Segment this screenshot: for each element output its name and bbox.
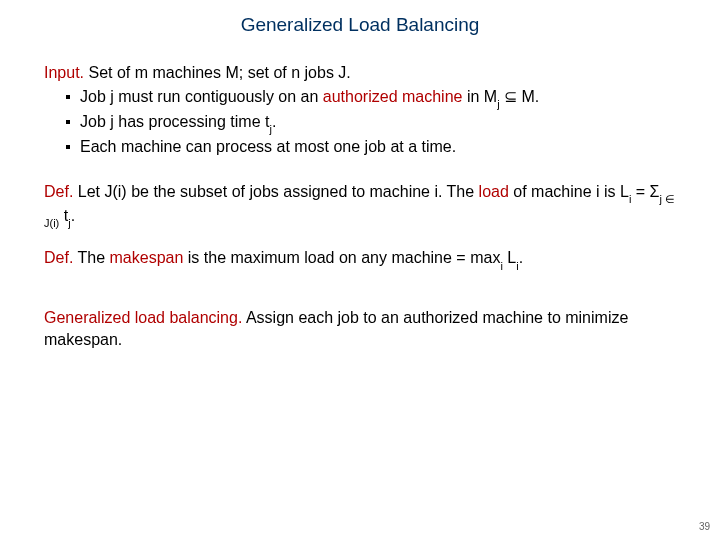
text: = (631, 183, 649, 200)
subscript-i: i (516, 260, 518, 272)
text: M. (517, 88, 539, 105)
slide-title: Generalized Load Balancing (44, 14, 676, 36)
input-section: Input. Set of m machines M; set of n job… (44, 62, 676, 157)
bullet-one-job: Each machine can process at most one job… (44, 136, 676, 158)
text-red: load (479, 183, 509, 200)
text: of machine i is L (509, 183, 629, 200)
text: . (71, 207, 75, 224)
input-bullets: Job j must run contiguously on an author… (44, 86, 676, 158)
bullet-processing-time: Job j has processing time tj. (44, 111, 676, 135)
text-red: makespan (110, 249, 184, 266)
text-red: authorized machine (323, 88, 463, 105)
subscript-j: j (497, 98, 499, 110)
text: is the maximum load on any machine = max (183, 249, 500, 266)
def-label: Def. (44, 249, 73, 266)
text: L (503, 249, 516, 266)
input-rest: Set of m machines M; set of n jobs J. (84, 64, 351, 81)
text: . (272, 113, 276, 130)
text: The (73, 249, 109, 266)
text: Job j must run contiguously on an (80, 88, 323, 105)
page-number: 39 (699, 521, 710, 532)
subset-icon: ⊆ (504, 88, 517, 105)
subscript-j: j (68, 217, 70, 229)
def-label: Def. (44, 183, 73, 200)
text: Job j has processing time t (80, 113, 269, 130)
text: . (519, 249, 523, 266)
text: t (59, 207, 68, 224)
glb-label: Generalized load balancing. (44, 309, 242, 326)
glb-section: Generalized load balancing. Assign each … (44, 307, 676, 350)
sigma-icon: Σ (650, 183, 660, 200)
def-load: Def. Let J(i) be the subset of jobs assi… (44, 181, 676, 229)
input-label: Input. (44, 64, 84, 81)
subscript-i: i (500, 260, 502, 272)
text: Let J(i) be the subset of jobs assigned … (73, 183, 478, 200)
bullet-authorized-machine: Job j must run contiguously on an author… (44, 86, 676, 110)
subscript-j: j (269, 123, 271, 135)
def-makespan: Def. The makespan is the maximum load on… (44, 247, 676, 271)
text: in M (462, 88, 497, 105)
slide-body: Generalized Load Balancing Input. Set of… (0, 0, 720, 351)
